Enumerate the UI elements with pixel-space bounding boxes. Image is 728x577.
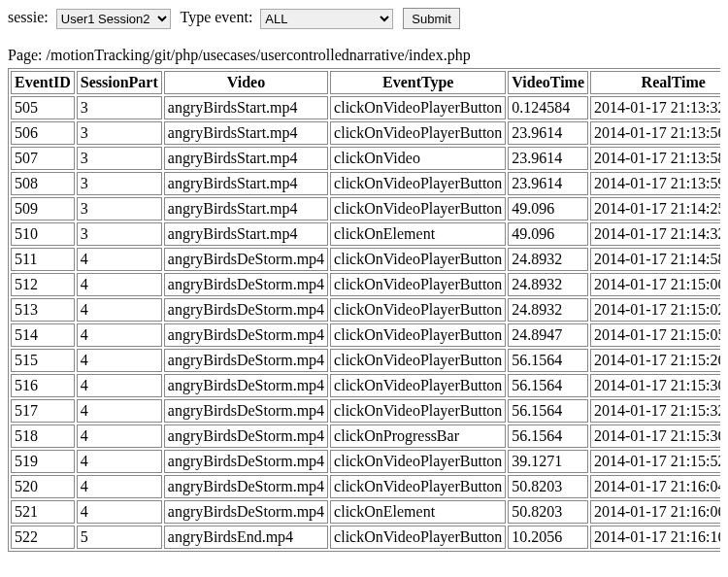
table-header-cell: EventType [330,71,506,94]
table-cell: 4 [77,349,162,372]
table-cell: 2014-01-17 21:15:36.167 [590,424,720,448]
table-cell: 50.8203 [508,475,588,498]
table-cell: 10.2056 [508,526,588,549]
sessie-select[interactable]: User1 Session2 [56,9,171,29]
table-cell: 4 [77,323,162,347]
table-header-cell: SessionPart [77,71,162,94]
table-cell: 508 [11,172,75,195]
table-cell: 23.9614 [508,172,588,195]
table-cell: 56.1564 [508,374,588,397]
table-cell: clickOnVideoPlayerButton [330,197,506,221]
table-cell: 520 [11,475,75,498]
table-cell: clickOnVideoPlayerButton [330,374,506,397]
table-cell: 507 [11,147,75,170]
table-cell: angryBirdsDeStorm.mp4 [164,273,328,296]
table-cell: 2014-01-17 21:13:56.532 [590,121,720,145]
table-cell: 512 [11,273,75,296]
table-cell: 4 [77,399,162,423]
table-cell: 2014-01-17 21:15:00.689 [590,273,720,296]
table-cell: angryBirdsDeStorm.mp4 [164,424,328,448]
table-cell: angryBirdsDeStorm.mp4 [164,298,328,322]
table-cell: 3 [77,147,162,170]
table-cell: 24.8947 [508,323,588,347]
table-cell: 521 [11,500,75,524]
table-cell: clickOnElement [330,222,506,246]
table-cell: 4 [77,374,162,397]
table-cell: 2014-01-17 21:16:16.664 [590,526,720,549]
table-row: 5164angryBirdsDeStorm.mp4clickOnVideoPla… [11,374,720,397]
table-cell: angryBirdsStart.mp4 [164,222,328,246]
table-row: 5073angryBirdsStart.mp4clickOnVideo23.96… [11,147,720,170]
table-cell: 2014-01-17 21:16:04.107 [590,475,720,498]
sessie-label: sessie: [8,9,49,25]
table-cell: 511 [11,248,75,271]
table-cell: 4 [77,273,162,296]
table-cell: 2014-01-17 21:14:32.716 [590,222,720,246]
table-cell: 3 [77,96,162,119]
table-cell: 4 [77,424,162,448]
table-cell: clickOnVideoPlayerButton [330,273,506,296]
table-cell: 23.9614 [508,147,588,170]
table-cell: clickOnVideoPlayerButton [330,526,506,549]
table-cell: 2014-01-17 21:16:06.227 [590,500,720,524]
table-cell: 513 [11,298,75,322]
table-row: 5204angryBirdsDeStorm.mp4clickOnVideoPla… [11,475,720,498]
table-cell: 2014-01-17 21:15:26.561 [590,349,720,372]
table-cell: 56.1564 [508,349,588,372]
table-header-cell: EventID [11,71,75,94]
table-row: 5225angryBirdsEnd.mp4clickOnVideoPlayerB… [11,526,720,549]
table-header-cell: VideoTime [508,71,588,94]
filter-controls: sessie: User1 Session2 Type event: ALL S… [8,8,720,29]
table-cell: angryBirdsDeStorm.mp4 [164,475,328,498]
table-row: 5184angryBirdsDeStorm.mp4clickOnProgress… [11,424,720,448]
type-event-select[interactable]: ALL [260,9,393,29]
table-cell: 3 [77,172,162,195]
table-cell: clickOnVideoPlayerButton [330,96,506,119]
events-table: EventIDSessionPartVideoEventTypeVideoTim… [8,68,720,552]
table-cell: angryBirdsDeStorm.mp4 [164,500,328,524]
table-cell: 2014-01-17 21:15:32.745 [590,399,720,423]
table-row: 5114angryBirdsDeStorm.mp4clickOnVideoPla… [11,248,720,271]
table-cell: 39.1271 [508,450,588,473]
table-cell: clickOnVideoPlayerButton [330,248,506,271]
table-cell: 4 [77,450,162,473]
table-cell: 514 [11,323,75,347]
table-row: 5214angryBirdsDeStorm.mp4clickOnElement5… [11,500,720,524]
table-cell: 522 [11,526,75,549]
table-cell: angryBirdsDeStorm.mp4 [164,349,328,372]
table-cell: angryBirdsStart.mp4 [164,121,328,145]
table-cell: 24.8932 [508,273,588,296]
table-cell: clickOnVideoPlayerButton [330,450,506,473]
table-cell: 509 [11,197,75,221]
table-cell: clickOnVideoPlayerButton [330,475,506,498]
table-cell: angryBirdsDeStorm.mp4 [164,374,328,397]
table-cell: angryBirdsStart.mp4 [164,96,328,119]
table-cell: angryBirdsDeStorm.mp4 [164,248,328,271]
table-cell: angryBirdsStart.mp4 [164,197,328,221]
table-cell: clickOnVideoPlayerButton [330,349,506,372]
table-row: 5154angryBirdsDeStorm.mp4clickOnVideoPla… [11,349,720,372]
table-cell: 505 [11,96,75,119]
table-cell: angryBirdsStart.mp4 [164,172,328,195]
page-path-label: Page: /motionTracking/git/php/usecases/u… [8,47,720,64]
table-cell: 2014-01-17 21:14:58.15 [590,248,720,271]
submit-button[interactable]: Submit [403,8,459,29]
table-cell: 56.1564 [508,399,588,423]
table-cell: angryBirdsDeStorm.mp4 [164,323,328,347]
table-cell: 49.096 [508,197,588,221]
table-row: 5083angryBirdsStart.mp4clickOnVideoPlaye… [11,172,720,195]
table-cell: clickOnProgressBar [330,424,506,448]
table-row: 5063angryBirdsStart.mp4clickOnVideoPlaye… [11,121,720,145]
table-cell: clickOnVideoPlayerButton [330,172,506,195]
type-event-label: Type event: [181,9,253,25]
table-row: 5194angryBirdsDeStorm.mp4clickOnVideoPla… [11,450,720,473]
table-cell: angryBirdsDeStorm.mp4 [164,399,328,423]
table-cell: 2014-01-17 21:15:05.701 [590,323,720,347]
table-row: 5174angryBirdsDeStorm.mp4clickOnVideoPla… [11,399,720,423]
table-cell: clickOnVideoPlayerButton [330,399,506,423]
table-cell: clickOnVideoPlayerButton [330,121,506,145]
table-cell: 516 [11,374,75,397]
table-row: 5103angryBirdsStart.mp4clickOnElement49.… [11,222,720,246]
table-cell: 4 [77,500,162,524]
table-cell: 510 [11,222,75,246]
